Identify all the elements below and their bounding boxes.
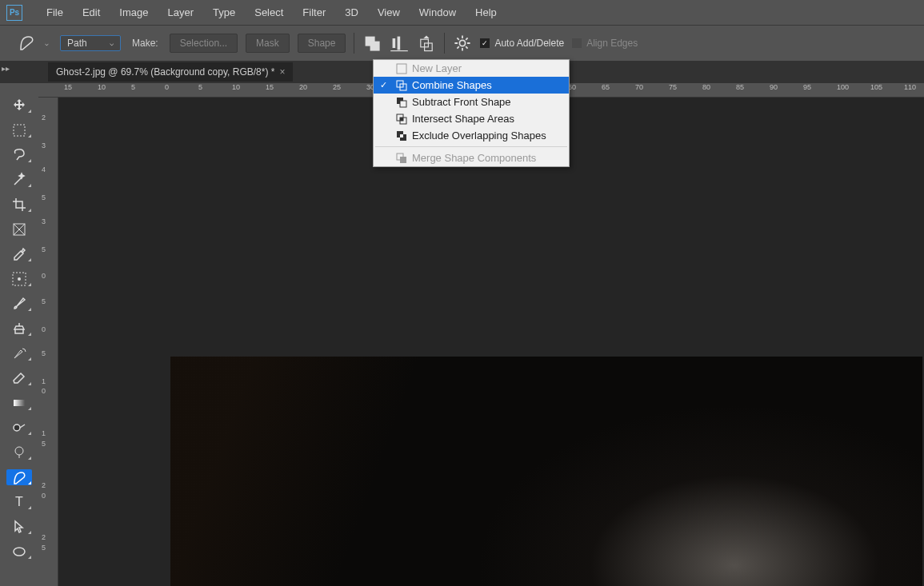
svg-rect-3 (398, 37, 401, 50)
menu-type[interactable]: Type (203, 1, 245, 24)
type-tool[interactable]: T (6, 494, 32, 510)
separator (444, 33, 445, 54)
svg-point-13 (18, 277, 21, 281)
svg-rect-18 (397, 64, 406, 74)
menu-view[interactable]: View (368, 1, 410, 24)
crop-tool[interactable] (6, 197, 32, 213)
intersect-shape-icon (396, 114, 407, 125)
menu-intersect-shapes[interactable]: Intersect Shape Areas (374, 110, 569, 127)
path-operations-menu: New Layer ✓ Combine Shapes Subtract Fron… (373, 59, 570, 167)
menu-filter[interactable]: Filter (293, 1, 335, 24)
align-edges-label: Align Edges (586, 38, 638, 49)
svg-point-17 (14, 548, 25, 556)
menu-edit[interactable]: Edit (73, 1, 110, 24)
svg-rect-2 (393, 38, 396, 48)
svg-point-7 (460, 40, 466, 46)
blur-tool[interactable] (6, 444, 32, 460)
menu-exclude-shapes[interactable]: Exclude Overlapping Shapes (374, 127, 569, 144)
document-tab[interactable]: Ghost-2.jpg @ 69.7% (Background copy, RG… (48, 62, 293, 82)
svg-rect-24 (400, 118, 403, 121)
menu-help[interactable]: Help (466, 1, 506, 24)
marquee-tool[interactable] (6, 122, 32, 138)
menu-new-layer: New Layer (374, 60, 569, 77)
new-layer-icon (396, 63, 407, 74)
move-tool[interactable] (6, 98, 32, 114)
make-label: Make: (132, 38, 158, 49)
checkbox-icon: ✓ (480, 38, 490, 48)
svg-rect-26 (400, 157, 406, 163)
frame-tool[interactable] (6, 221, 32, 237)
options-bar: ⌵ Path ⌵ Make: Selection... Mask Shape ✓… (0, 25, 924, 61)
pen-tool[interactable] (6, 469, 32, 485)
checkbox-icon (572, 38, 582, 48)
selection-button[interactable]: Selection... (170, 34, 238, 53)
auto-add-delete-checkbox[interactable]: ✓ Auto Add/Delete (480, 38, 564, 49)
menu-merge-components: Merge Shape Components (374, 149, 569, 166)
tools-panel: T (0, 83, 38, 586)
expand-handle-icon[interactable]: ▸▸ (2, 64, 10, 73)
svg-rect-8 (14, 125, 25, 136)
chevron-down-icon: ⌵ (110, 39, 114, 47)
svg-text:T: T (15, 495, 23, 508)
select-subject-tool[interactable] (6, 271, 32, 287)
subtract-shape-icon (396, 97, 407, 108)
exclude-shape-icon (396, 130, 407, 142)
menu-separator (375, 146, 567, 147)
menu-file[interactable]: File (37, 1, 73, 24)
current-tool-icon[interactable] (18, 34, 37, 53)
document-tab-title: Ghost-2.jpg @ 69.7% (Background copy, RG… (56, 66, 274, 78)
document-image (170, 357, 922, 586)
svg-rect-21 (400, 101, 406, 107)
gradient-tool[interactable] (6, 395, 32, 411)
menu-select[interactable]: Select (245, 1, 293, 24)
gear-icon[interactable] (453, 34, 472, 53)
shape-button[interactable]: Shape (298, 34, 346, 53)
svg-rect-1 (370, 42, 380, 51)
check-icon: ✓ (380, 80, 387, 90)
menu-image[interactable]: Image (110, 1, 158, 24)
vertical-ruler[interactable]: 23453505051015202530 (38, 98, 58, 586)
menu-window[interactable]: Window (410, 1, 466, 24)
tool-chevron-icon[interactable]: ⌵ (45, 40, 49, 47)
svg-rect-14 (14, 400, 25, 406)
combine-shapes-icon (396, 80, 407, 91)
auto-add-delete-label: Auto Add/Delete (494, 38, 564, 49)
menu-3d[interactable]: 3D (335, 1, 368, 24)
mask-button[interactable]: Mask (246, 34, 290, 53)
app-logo: Ps (6, 5, 22, 21)
eyedropper-tool[interactable] (6, 246, 32, 262)
align-edges-checkbox[interactable]: Align Edges (572, 38, 638, 49)
pen-mode-value: Path (67, 38, 87, 49)
close-icon[interactable]: × (279, 66, 285, 78)
history-brush-tool[interactable] (6, 345, 32, 361)
menu-subtract-front[interactable]: Subtract Front Shape (374, 94, 569, 110)
pen-mode-select[interactable]: Path ⌵ (60, 35, 121, 51)
merge-shape-icon (396, 153, 407, 164)
eraser-tool[interactable] (6, 370, 32, 386)
menu-bar: Ps File Edit Image Layer Type Select Fil… (0, 0, 924, 25)
path-alignment-button[interactable] (390, 34, 409, 53)
menu-layer[interactable]: Layer (158, 1, 204, 24)
ellipse-tool[interactable] (6, 544, 32, 560)
path-select-tool[interactable] (6, 519, 32, 535)
clone-stamp-tool[interactable] (6, 321, 32, 337)
brush-tool[interactable] (6, 296, 32, 312)
separator (354, 33, 354, 54)
dodge-tool[interactable] (6, 420, 32, 436)
svg-point-15 (15, 447, 23, 455)
wand-tool[interactable] (6, 172, 32, 188)
path-arrangement-button[interactable] (417, 34, 436, 53)
path-operations-button[interactable] (362, 34, 382, 53)
menu-combine-shapes[interactable]: ✓ Combine Shapes (374, 77, 569, 94)
canvas[interactable] (58, 98, 924, 586)
lasso-tool[interactable] (6, 147, 32, 163)
